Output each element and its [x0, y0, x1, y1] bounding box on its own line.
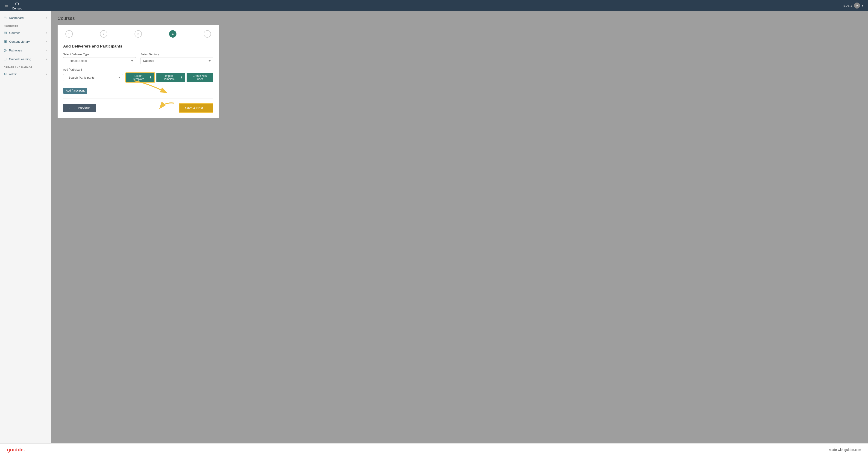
- dashboard-icon: ⊞: [4, 16, 7, 20]
- step-line-3: [142, 34, 169, 34]
- chevron-down-icon[interactable]: ▾: [862, 4, 863, 7]
- content-area: Courses 1 2 3 4 5 Add Deliverers and Par…: [51, 11, 868, 443]
- previous-label: ← Previous: [74, 106, 90, 110]
- hamburger-icon[interactable]: ☰: [5, 3, 8, 8]
- bottom-actions: ← ← Previous Save & Next →: [63, 103, 213, 113]
- deliverer-type-group: Select Deliverer Type -- Please Select -…: [63, 53, 136, 64]
- main-card: 1 2 3 4 5 Add Deliverers and Participant…: [58, 25, 219, 118]
- divider: [63, 98, 213, 98]
- create-user-label: Create New User: [189, 74, 211, 81]
- page-title: Courses: [58, 16, 861, 21]
- create-section-label: CREATE AND MANAGE: [0, 63, 51, 70]
- top-nav: ☰ ⚙ Censeo EDS 1 U ▾: [0, 0, 868, 11]
- admin-icon: ⚙: [4, 72, 7, 76]
- footer-logo: guidde.: [7, 447, 25, 453]
- sidebar-item-courses[interactable]: ▤ Courses ›: [0, 28, 51, 37]
- step-3: 3: [134, 30, 142, 37]
- step-2: 2: [100, 30, 107, 37]
- sidebar-label-guided-learning: Guided Learning: [9, 57, 31, 61]
- chevron-right-icon: ›: [46, 49, 47, 52]
- participant-label: Add Participant: [63, 68, 213, 71]
- user-label: EDS 1: [843, 4, 852, 7]
- step-line-2: [107, 34, 134, 34]
- pathways-icon: ◎: [4, 48, 7, 52]
- sidebar: ⊞ Dashboard › PRODUCTS ▤ Courses › ▣ Con…: [0, 11, 51, 443]
- step-line-1: [73, 34, 100, 34]
- step-1: 1: [65, 30, 73, 37]
- stepper: 1 2 3 4 5: [63, 30, 213, 37]
- sidebar-item-dashboard[interactable]: ⊞ Dashboard ›: [0, 13, 51, 22]
- sidebar-label-admin: Admin: [9, 73, 18, 76]
- upload-icon: ⬆: [180, 76, 182, 79]
- territory-group: Select Territory National: [141, 53, 213, 64]
- sidebar-item-content-library[interactable]: ▣ Content Library ›: [0, 37, 51, 46]
- footer: guidde. Made with guidde.com: [0, 443, 868, 456]
- save-next-area: Save & Next →: [179, 103, 213, 113]
- download-icon: ⬇: [150, 76, 152, 79]
- chevron-right-icon: ›: [46, 58, 47, 60]
- previous-button[interactable]: ← ← Previous: [63, 104, 96, 112]
- step-4: 4: [169, 30, 177, 37]
- chevron-right-icon: ›: [46, 40, 47, 43]
- arrow-to-save-next: [158, 101, 177, 112]
- participant-row: -- Search Participants -- Export Templat…: [63, 73, 213, 83]
- export-label: Export Template: [128, 74, 148, 81]
- step-line-4: [177, 34, 204, 34]
- chevron-right-icon: ›: [46, 73, 47, 76]
- step-5: 5: [204, 30, 211, 37]
- sidebar-item-pathways[interactable]: ◎ Pathways ›: [0, 46, 51, 55]
- action-buttons: Export Template ⬇ Import Template ⬆ Crea…: [125, 73, 213, 83]
- save-next-label: Save & Next →: [185, 106, 207, 110]
- guided-learning-icon: ⊟: [4, 57, 7, 61]
- save-next-button[interactable]: Save & Next →: [179, 103, 213, 113]
- logo-area: ⚙ Censeo: [12, 1, 22, 10]
- sidebar-item-admin[interactable]: ⚙ Admin ›: [0, 70, 51, 79]
- top-nav-right: EDS 1 U ▾: [843, 3, 863, 8]
- chevron-right-icon: ›: [46, 17, 47, 19]
- sidebar-label-content-library: Content Library: [9, 40, 30, 44]
- create-new-user-button[interactable]: Create New User: [187, 73, 213, 82]
- deliverer-type-label: Select Deliverer Type: [63, 53, 136, 56]
- sidebar-label-courses: Courses: [9, 31, 20, 35]
- import-template-button[interactable]: Import Template ⬆: [156, 73, 185, 82]
- search-participants-select[interactable]: -- Search Participants --: [63, 74, 123, 81]
- avatar[interactable]: U: [854, 3, 860, 8]
- logo-icon: ⚙: [15, 1, 19, 7]
- courses-icon: ▤: [4, 31, 7, 35]
- app-name: Censeo: [12, 7, 22, 10]
- participant-group: Add Participant -- Search Participants -…: [63, 68, 213, 85]
- territory-select[interactable]: National: [141, 57, 213, 64]
- footer-tagline: Made with guidde.com: [829, 448, 861, 452]
- add-participant-button[interactable]: Add Participant: [63, 88, 87, 94]
- content-library-icon: ▣: [4, 39, 7, 44]
- import-label: Import Template: [159, 74, 179, 81]
- sidebar-item-guided-learning[interactable]: ⊟ Guided Learning ›: [0, 55, 51, 63]
- territory-label: Select Territory: [141, 53, 213, 56]
- products-section-label: PRODUCTS: [0, 22, 51, 28]
- arrow-left-icon: ←: [69, 106, 72, 110]
- deliverer-territory-row: Select Deliverer Type -- Please Select -…: [63, 53, 213, 64]
- section-title: Add Deliverers and Participants: [63, 44, 213, 49]
- main-layout: ⊞ Dashboard › PRODUCTS ▤ Courses › ▣ Con…: [0, 11, 868, 443]
- top-nav-left: ☰ ⚙ Censeo: [5, 1, 22, 10]
- sidebar-label-pathways: Pathways: [9, 49, 22, 52]
- add-participant-label: Add Participant: [66, 89, 85, 92]
- sidebar-label-dashboard: Dashboard: [9, 16, 24, 20]
- chevron-right-icon: ›: [46, 31, 47, 34]
- deliverer-type-select[interactable]: -- Please Select --: [63, 57, 136, 64]
- export-template-button[interactable]: Export Template ⬇: [125, 73, 155, 83]
